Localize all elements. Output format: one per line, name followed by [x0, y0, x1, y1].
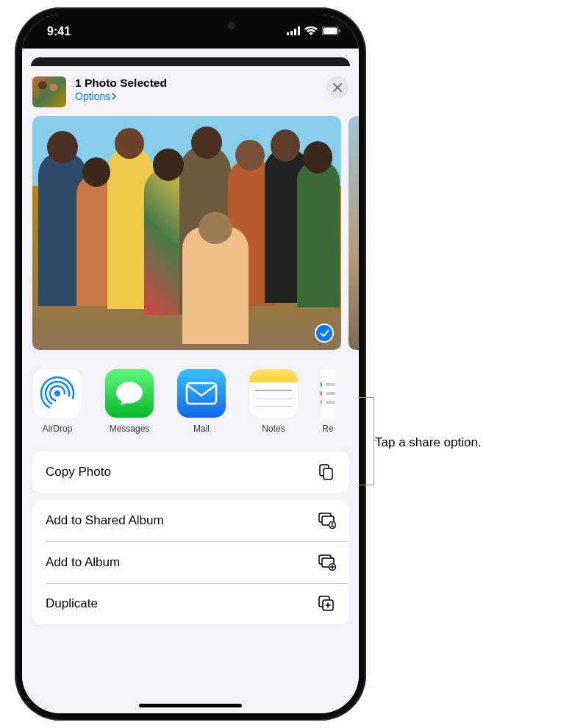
svg-rect-15	[326, 383, 335, 386]
notch	[128, 15, 253, 37]
next-photo-peek[interactable]	[349, 116, 359, 350]
chevron-right-icon	[112, 90, 117, 102]
svg-rect-1	[290, 31, 293, 35]
home-indicator[interactable]	[139, 704, 242, 707]
phone-screen: 9:41 1 Photo Selected	[22, 15, 359, 713]
copy-doc-icon	[318, 463, 335, 481]
album-add-icon	[318, 554, 335, 571]
share-app-reminders[interactable]: Re	[321, 369, 335, 434]
svg-point-14	[321, 399, 322, 405]
photo-thumbnail[interactable]	[32, 76, 66, 107]
share-apps-row[interactable]: AirDrop Messages Mail	[22, 350, 359, 444]
svg-rect-0	[287, 32, 289, 35]
svg-rect-17	[326, 401, 335, 404]
share-app-airdrop[interactable]: AirDrop	[32, 369, 82, 434]
action-group-copy: Copy Photo	[32, 452, 349, 493]
notes-icon	[249, 369, 298, 418]
app-label: Notes	[262, 424, 285, 434]
action-duplicate[interactable]: Duplicate	[32, 583, 349, 624]
svg-point-7	[54, 390, 60, 396]
messages-icon	[105, 369, 154, 418]
share-app-notes[interactable]: Notes	[249, 369, 299, 434]
sheet-header: 1 Photo Selected Options	[22, 66, 359, 116]
svg-rect-16	[326, 392, 335, 395]
svg-rect-19	[324, 468, 332, 479]
reminders-icon	[321, 369, 335, 418]
action-copy-photo[interactable]: Copy Photo	[32, 452, 349, 493]
duplicate-icon	[318, 595, 335, 613]
photo-preview-strip[interactable]	[22, 116, 359, 350]
svg-rect-6	[339, 29, 340, 32]
svg-point-12	[321, 382, 322, 388]
svg-point-23	[332, 523, 334, 525]
checkmark-icon	[320, 329, 329, 338]
share-sheet: 1 Photo Selected Options	[22, 66, 359, 713]
phone-frame: 9:41 1 Photo Selected	[15, 7, 366, 721]
svg-rect-2	[294, 29, 296, 35]
app-label: Mail	[193, 424, 210, 434]
action-add-shared-album[interactable]: Add to Shared Album	[32, 500, 349, 541]
svg-point-13	[321, 390, 322, 396]
mail-icon	[177, 369, 226, 418]
selected-photo[interactable]	[32, 116, 341, 350]
action-label: Add to Album	[46, 555, 120, 570]
action-label: Add to Shared Album	[46, 513, 164, 528]
action-add-album[interactable]: Add to Album	[32, 542, 349, 583]
action-label: Copy Photo	[46, 465, 111, 479]
share-app-messages[interactable]: Messages	[104, 369, 154, 434]
action-label: Duplicate	[46, 596, 98, 611]
svg-rect-3	[298, 26, 300, 35]
svg-rect-11	[187, 383, 216, 404]
selection-check-badge	[315, 324, 334, 343]
svg-rect-5	[324, 28, 338, 35]
options-link[interactable]: Options	[75, 90, 117, 102]
action-group-album: Add to Shared Album Add to Album Duplica…	[32, 500, 349, 624]
options-label: Options	[75, 90, 110, 102]
callout-text: Tap a share option.	[375, 435, 482, 450]
app-label: Messages	[110, 424, 150, 434]
sheet-title: 1 Photo Selected	[75, 76, 326, 90]
battery-icon	[322, 25, 341, 38]
close-icon	[333, 83, 342, 92]
share-app-mail[interactable]: Mail	[176, 369, 226, 434]
airdrop-icon	[33, 369, 82, 418]
wifi-icon	[304, 25, 318, 38]
close-button[interactable]	[326, 76, 349, 99]
shared-album-icon	[318, 512, 335, 529]
app-label: Re	[322, 424, 333, 434]
svg-point-22	[329, 522, 336, 529]
cellular-bars-icon	[287, 25, 300, 38]
clock: 9:41	[40, 25, 71, 38]
callout-bracket	[358, 397, 374, 485]
app-label: AirDrop	[43, 424, 73, 434]
